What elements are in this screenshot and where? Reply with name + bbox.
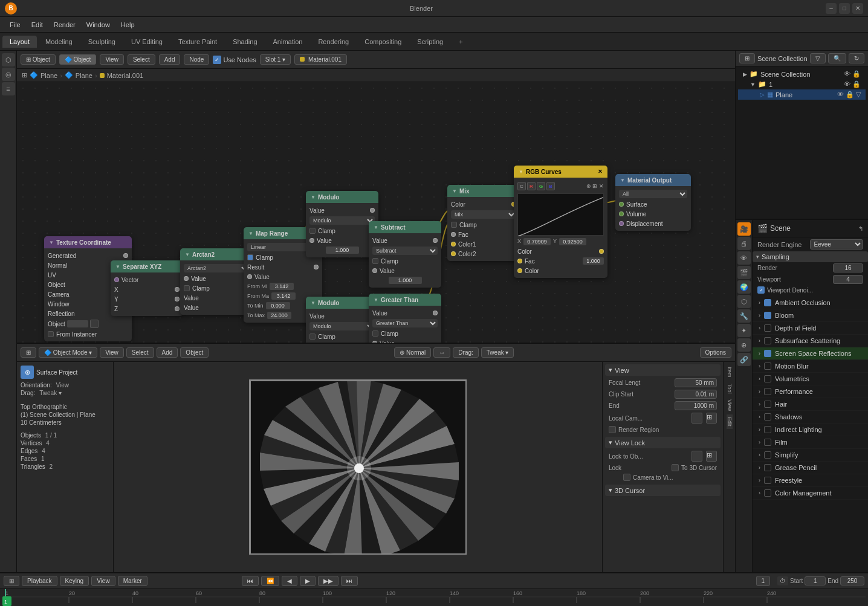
rgb-curves-c-btn[interactable]: C <box>517 182 526 190</box>
node-greater-than-header[interactable]: ▼ Greater Than <box>369 294 441 306</box>
clip-start-value[interactable]: 0.01 m <box>675 390 717 399</box>
prop-tab-object[interactable]: ⬡ <box>737 295 751 308</box>
local-cam-picker[interactable]: ⊞ <box>706 413 717 424</box>
outliner-item-scene-collection[interactable]: ▶ 📁 Scene Collection 👁 🔒 <box>738 69 866 79</box>
section-volumetrics[interactable]: › Volumetrics <box>753 373 868 385</box>
object-mode-btn[interactable]: 🔷 Object <box>59 54 97 65</box>
node-tc-from-instancer[interactable] <box>48 331 54 337</box>
end-frame-input[interactable] <box>840 576 864 585</box>
jump-start-btn[interactable]: ⏮ <box>242 576 259 586</box>
il-checkbox[interactable] <box>764 426 771 433</box>
menu-window[interactable]: Window <box>82 20 115 30</box>
prop-tab-output[interactable]: 🖨 <box>737 237 751 250</box>
map-range-from-max[interactable] <box>271 292 296 300</box>
section-screen-space-reflections[interactable]: › Screen Space Reflections <box>753 347 868 360</box>
focal-length-value[interactable]: 50 mm <box>675 378 717 387</box>
outliner-search-btn[interactable]: 🔍 <box>828 53 846 63</box>
shadows-checkbox[interactable] <box>764 413 771 421</box>
prop-tab-constraints[interactable]: 🔗 <box>737 353 751 366</box>
camera-to-vi-checkbox[interactable] <box>623 474 630 481</box>
map-range-from-min[interactable] <box>270 283 294 290</box>
select-btn[interactable]: Select <box>128 54 155 65</box>
section-subsurface-scattering[interactable]: › Subsurface Scattering <box>753 335 868 347</box>
viewport-canvas[interactable] <box>114 362 602 572</box>
simplify-checkbox[interactable] <box>764 451 771 459</box>
viewport-sample-input[interactable] <box>833 275 863 284</box>
vp-select-btn[interactable]: Select <box>126 347 154 358</box>
gp-checkbox[interactable] <box>764 464 771 471</box>
tab-modeling[interactable]: Modeling <box>38 36 80 48</box>
outliner-sync-btn[interactable]: ↻ <box>849 53 864 63</box>
menu-render[interactable]: Render <box>49 20 80 30</box>
maximize-button[interactable]: □ <box>839 3 850 14</box>
tab-rendering[interactable]: Rendering <box>311 36 356 48</box>
sampling-header[interactable]: ▾ Sampling <box>753 251 868 262</box>
tool-icon-2[interactable]: ◎ <box>2 68 15 81</box>
view-btn[interactable]: View <box>100 54 124 65</box>
section-shadows[interactable]: › Shadows <box>753 411 868 424</box>
playback-btn[interactable]: Playback <box>22 576 57 586</box>
section-film[interactable]: › Film <box>753 436 868 449</box>
prop-tab-particles[interactable]: ✦ <box>737 324 751 337</box>
side-tab-view[interactable]: View <box>727 397 733 413</box>
section-performance[interactable]: › Performance <box>753 385 868 398</box>
ssr-checkbox[interactable] <box>764 350 771 357</box>
bloom-checkbox[interactable] <box>764 312 771 319</box>
section-hair[interactable]: › Hair <box>753 398 868 411</box>
editor-type-button[interactable]: ⊞ Object <box>21 54 56 65</box>
node-texture-coordinate-header[interactable]: ▼ Texture Coordinate <box>44 236 132 248</box>
tab-add[interactable]: + <box>452 36 470 48</box>
outliner-item-plane[interactable]: ▷ ▦ Plane 👁 🔒 ▽ <box>738 89 866 100</box>
keying-btn[interactable]: Keying <box>60 576 89 586</box>
tab-animation[interactable]: Animation <box>266 36 310 48</box>
node-btn[interactable]: Node <box>184 54 209 65</box>
hair-checkbox[interactable] <box>764 401 771 408</box>
menu-file[interactable]: File <box>5 20 25 30</box>
vp-3d-cursor-section[interactable]: ▾ 3D Cursor <box>605 485 721 496</box>
node-tc-object-picker[interactable] <box>90 320 99 328</box>
marker-btn[interactable]: Marker <box>118 576 147 586</box>
dof-checkbox[interactable] <box>764 324 771 332</box>
vp-options-btn[interactable]: Options <box>700 347 731 358</box>
viewport-mode-btn[interactable]: 🔷 Object Mode ▾ <box>39 347 97 358</box>
prop-tab-render[interactable]: 🎥 <box>737 222 751 236</box>
node-modulo-1-header[interactable]: ▼ Modulo <box>306 191 378 203</box>
lock-ob-input[interactable] <box>691 451 702 462</box>
vp-snap-btn[interactable]: ⊛ Normal <box>394 347 431 358</box>
node-modulo-2-header[interactable]: ▼ Modulo <box>306 297 378 309</box>
vp-drag-btn[interactable]: Tweak ▾ <box>481 347 514 358</box>
rgb-curves-g-btn[interactable]: G <box>537 182 545 190</box>
node-canvas[interactable]: ▼ Texture Coordinate Generated Normal UV… <box>17 82 735 343</box>
section-grease-pencil[interactable]: › Grease Pencil <box>753 462 868 474</box>
tab-shading[interactable]: Shading <box>225 36 264 48</box>
modulo1-dropdown[interactable]: Modulo <box>309 216 375 225</box>
section-color-management[interactable]: › Color Management <box>753 487 868 500</box>
fwd-frame-btn[interactable]: ▶▶ <box>318 576 338 586</box>
view-tl-btn[interactable]: View <box>91 576 115 586</box>
section-depth-of-field[interactable]: › Depth of Field <box>753 322 868 335</box>
render-engine-select[interactable]: Eevee Cycles Workbench <box>810 239 864 250</box>
subtract-clamp[interactable] <box>372 258 378 264</box>
map-range-clamp[interactable] <box>247 254 253 260</box>
back-frame-btn[interactable]: ◀ <box>282 576 297 586</box>
tab-scripting[interactable]: Scripting <box>410 36 450 48</box>
start-frame-input[interactable] <box>805 576 826 585</box>
rgb-curves-x[interactable] <box>523 238 551 245</box>
mix-clamp[interactable] <box>451 222 457 228</box>
minimize-button[interactable]: – <box>826 3 837 14</box>
vp-add-btn[interactable]: Add <box>157 347 178 358</box>
tool-icon-1[interactable]: ⬡ <box>2 53 15 66</box>
local-cam-input[interactable] <box>691 413 702 424</box>
node-tc-object-input[interactable] <box>67 320 88 327</box>
clip-end-value[interactable]: 1000 m <box>675 401 717 410</box>
node-material-output-header[interactable]: ▼ Material Output <box>615 174 691 186</box>
to-3d-cursor-checkbox[interactable] <box>672 464 679 471</box>
subtract-value[interactable] <box>389 277 422 284</box>
film-checkbox[interactable] <box>764 439 771 446</box>
subtract-dropdown[interactable]: Subtract <box>372 247 438 255</box>
greater-than-dropdown[interactable]: Greater Than <box>372 319 438 327</box>
node-subtract-header[interactable]: ▼ Subtract <box>369 221 441 233</box>
section-bloom[interactable]: › Bloom <box>753 309 868 322</box>
mix-dropdown[interactable]: Mix <box>451 210 516 219</box>
prop-tab-modifier[interactable]: 🔧 <box>737 309 751 323</box>
